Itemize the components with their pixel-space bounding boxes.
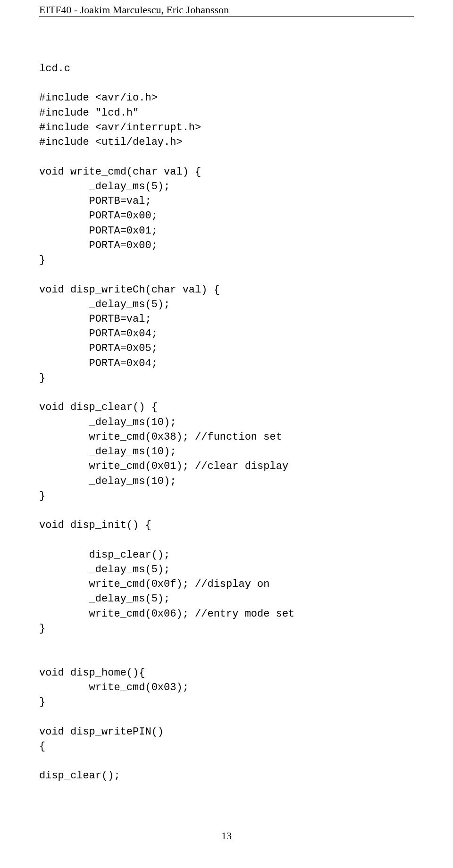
code-block: lcd.c #include <avr/io.h> #include "lcd.… xyxy=(39,61,414,783)
header-rule xyxy=(39,16,414,17)
page-header: EITF40 - Joakim Marculescu, Eric Johanss… xyxy=(39,4,229,16)
page-number: 13 xyxy=(0,830,453,842)
